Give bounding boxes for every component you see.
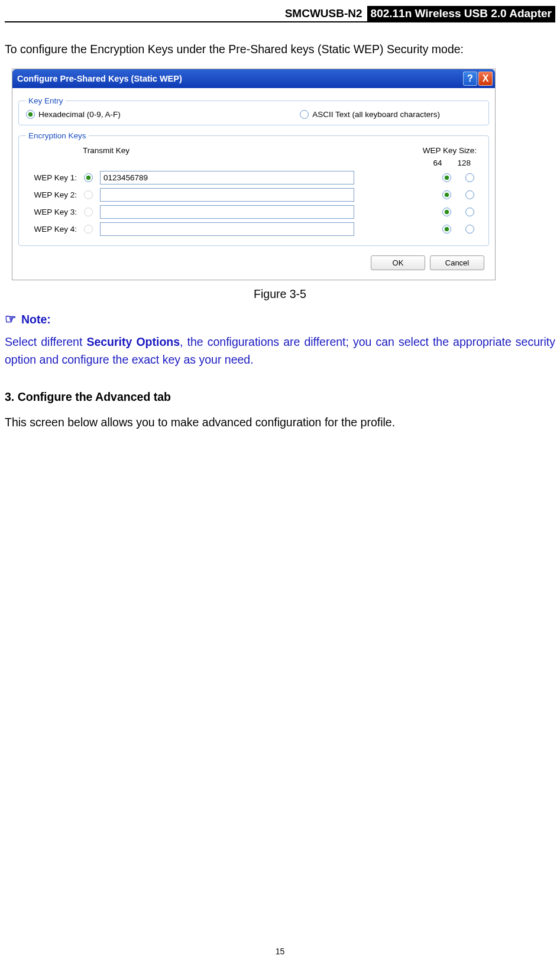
note-heading: ☞ Note:	[5, 312, 555, 327]
transmit-key-header: Transmit Key	[83, 146, 130, 155]
wep-key-row-1: WEP Key 1:	[26, 171, 481, 184]
transmit-key-1-radio[interactable]	[84, 173, 93, 182]
wep-key-3-input[interactable]	[100, 205, 354, 219]
close-icon: X	[483, 73, 489, 84]
wep-key-4-input[interactable]	[100, 222, 354, 236]
ok-button[interactable]: OK	[371, 255, 425, 270]
note-heading-text: Note:	[21, 313, 51, 326]
wep-key-row-4: WEP Key 4:	[26, 222, 481, 236]
help-button[interactable]: ?	[463, 72, 477, 86]
wep-dialog: Configure Pre-Shared Keys (Static WEP) ?…	[12, 69, 496, 280]
header-title: 802.11n Wireless USB 2.0 Adapter	[367, 6, 555, 21]
header-model: SMCWUSB-N2	[280, 6, 367, 21]
dialog-titlebar: Configure Pre-Shared Keys (Static WEP) ?…	[12, 69, 495, 88]
hex-option-label: Hexadecimal (0-9, A-F)	[38, 110, 121, 119]
pointing-hand-icon: ☞	[5, 312, 17, 327]
radio-icon	[300, 110, 309, 119]
size128-key3-radio[interactable]	[465, 208, 474, 216]
size64-key2-radio[interactable]	[442, 190, 451, 199]
encryption-keys-group: Encryption Keys Transmit Key WEP Key Siz…	[18, 131, 489, 246]
wep-key-row-2: WEP Key 2:	[26, 188, 481, 202]
note-body-pre: Select different	[5, 335, 86, 348]
cancel-button[interactable]: Cancel	[430, 255, 484, 270]
size-64-label: 64	[433, 158, 442, 167]
ascii-option-label: ASCII Text (all keyboard characters)	[312, 110, 440, 119]
hex-option[interactable]: Hexadecimal (0-9, A-F)	[26, 110, 121, 119]
wep-key-1-input[interactable]	[100, 171, 354, 184]
transmit-key-2-radio[interactable]	[84, 190, 93, 199]
transmit-key-4-radio[interactable]	[84, 225, 93, 234]
ascii-option[interactable]: ASCII Text (all keyboard characters)	[300, 110, 440, 119]
figure-caption: Figure 3-5	[5, 287, 555, 301]
encryption-keys-legend: Encryption Keys	[26, 131, 89, 140]
wep-key-row-3: WEP Key 3:	[26, 205, 481, 219]
size64-key4-radio[interactable]	[442, 225, 451, 234]
note-body-strong: Security Options	[86, 335, 180, 348]
wep-key-1-label: WEP Key 1:	[26, 173, 77, 182]
wep-key-2-label: WEP Key 2:	[26, 190, 77, 199]
size128-key2-radio[interactable]	[465, 190, 474, 199]
section-3-heading: 3. Configure the Advanced tab	[5, 390, 555, 404]
section-3-body: This screen below allows you to make adv…	[5, 413, 555, 431]
page-header: SMCWUSB-N2 802.11n Wireless USB 2.0 Adap…	[5, 5, 555, 22]
size64-key3-radio[interactable]	[442, 208, 451, 216]
help-icon: ?	[467, 73, 473, 84]
wep-size-header: WEP Key Size:	[423, 146, 477, 155]
close-button[interactable]: X	[478, 72, 493, 86]
dialog-title: Configure Pre-Shared Keys (Static WEP)	[17, 74, 182, 83]
size-128-label: 128	[457, 158, 471, 167]
wep-key-4-label: WEP Key 4:	[26, 225, 77, 234]
key-entry-group: Key Entry Hexadecimal (0-9, A-F) ASCII T…	[18, 96, 489, 125]
size128-key1-radio[interactable]	[465, 173, 474, 182]
key-entry-legend: Key Entry	[26, 96, 66, 105]
intro-paragraph: To configure the Encryption Keys under t…	[5, 40, 555, 58]
size64-key1-radio[interactable]	[442, 173, 451, 182]
radio-icon	[26, 110, 35, 119]
page-number: 15	[0, 947, 560, 956]
note-body: Select different Security Options, the c…	[5, 333, 555, 368]
transmit-key-3-radio[interactable]	[84, 208, 93, 216]
wep-key-3-label: WEP Key 3:	[26, 208, 77, 216]
wep-key-2-input[interactable]	[100, 188, 354, 202]
size128-key4-radio[interactable]	[465, 225, 474, 234]
